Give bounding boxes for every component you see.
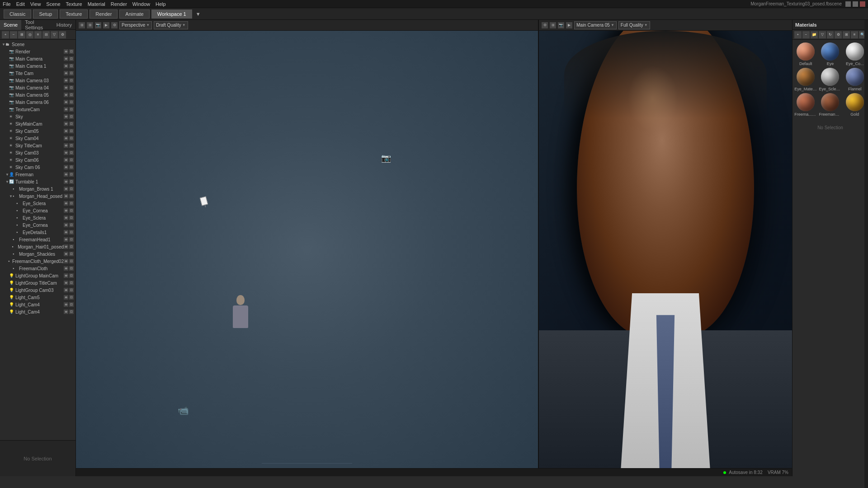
tree-item-skycam04[interactable]: ☀Sky Cam04 👁⊡ xyxy=(0,135,75,142)
tree-item-scene-root[interactable]: ▼ 🖿 Scene xyxy=(0,41,75,48)
add-node-button[interactable]: + xyxy=(2,31,9,38)
menu-edit[interactable]: Edit xyxy=(16,1,25,7)
material-gold[interactable]: Gold xyxy=(844,93,866,117)
viewport-main-camera[interactable]: ⚙ ⊞ 📷 ▶ Main Camera 05 ▼ Full Quality ▼ xyxy=(539,20,792,468)
tree-item-eyecornea2[interactable]: ▪Eye_Cornea 👁⊡ xyxy=(0,221,75,229)
list-view-button[interactable]: ≡ xyxy=(851,31,858,38)
tab-scene[interactable]: Scene xyxy=(0,20,21,30)
workspace-tab-render[interactable]: Render xyxy=(90,9,118,19)
settings-material-button[interactable]: ⚙ xyxy=(835,31,842,38)
filter-button[interactable]: ▽ xyxy=(51,31,58,38)
tree-item-titlecam[interactable]: 📷Tite Cam 👁⊡ xyxy=(0,70,75,77)
material-eyescl[interactable]: Eye_Sclera_mat xyxy=(819,68,841,91)
maximize-button[interactable] xyxy=(853,1,858,7)
tree-item-lgmaincam[interactable]: 💡LightGroup MainCam 👁⊡ xyxy=(0,272,75,279)
tree-item-skycam03[interactable]: ☀Sky Cam03 👁⊡ xyxy=(0,149,75,156)
right-panel-scrollbar[interactable] xyxy=(864,20,868,488)
tree-item-maincam03[interactable]: 📷Main Camera 03 👁⊡ xyxy=(0,77,75,84)
collapse-all-button[interactable]: ⊟ xyxy=(42,31,50,38)
delete-material-button[interactable]: − xyxy=(802,31,810,38)
menu-view[interactable]: View xyxy=(30,1,41,7)
tree-item-eyesclera2[interactable]: ▪Eye_Sclera 👁⊡ xyxy=(0,214,75,221)
tree-item-render[interactable]: 📷Render 👁⊡ xyxy=(0,48,75,55)
menu-material[interactable]: Material xyxy=(88,1,105,7)
minimize-button[interactable] xyxy=(845,1,851,7)
material-flannel[interactable]: Flannel xyxy=(844,68,866,91)
menu-scene[interactable]: Scene xyxy=(46,1,60,7)
tree-item-morganhair[interactable]: ▪Morgan_Hair01_posed 👁⊡ xyxy=(0,243,75,250)
viewport-perspective[interactable]: ⊞ ⊞ 📷 ▶ ⚙ Perspective ▼ Draft Quality ▼ xyxy=(76,20,539,468)
add-material-button[interactable]: + xyxy=(794,31,802,38)
tab-tool-settings[interactable]: Tool Settings xyxy=(21,20,53,30)
duplicate-node-button[interactable]: ⊞ xyxy=(18,31,25,38)
close-button[interactable] xyxy=(860,1,865,7)
settings-button[interactable]: ⚙ xyxy=(59,31,66,38)
tree-item-sky[interactable]: ☀Sky 👁⊡ xyxy=(0,113,75,120)
viewport-camera-icon[interactable]: 📷 xyxy=(95,22,101,28)
tree-item-morganbrows[interactable]: ▪Morgan_Brows 1 👁⊡ xyxy=(0,185,75,192)
menu-texture[interactable]: Texture xyxy=(66,1,82,7)
material-freemanmat[interactable]: FreemanMat xyxy=(819,93,841,117)
viewport-settings-icon[interactable]: ⚙ xyxy=(111,22,118,28)
tree-item-maincam[interactable]: 📷Main Camera 👁⊡ xyxy=(0,55,75,62)
tree-item-freemanhead[interactable]: ▪FreemanHead1 👁⊡ xyxy=(0,236,75,243)
menu-window[interactable]: Window xyxy=(132,1,150,7)
tree-item-turntable[interactable]: ▼ 🔄Turntable 1 👁⊡ xyxy=(0,178,75,185)
tree-item-freemancloth2[interactable]: ▪FreemanCloth 👁⊡ xyxy=(0,265,75,272)
material-default[interactable]: Default xyxy=(794,42,817,66)
manipulation-handle[interactable] xyxy=(200,196,208,206)
workspace-dropdown-arrow[interactable]: ▼ xyxy=(196,11,201,17)
expand-all-button[interactable]: ≡ xyxy=(34,31,42,38)
workspace-tab-setup[interactable]: Setup xyxy=(33,9,58,19)
menu-file[interactable]: File xyxy=(3,1,11,7)
delete-node-button[interactable]: − xyxy=(10,31,17,38)
tree-item-morganhead[interactable]: ▼ ▪Morgan_Head_posed 👁⊡ xyxy=(0,192,75,200)
camera-mode-dropdown[interactable]: Perspective ▼ xyxy=(119,21,152,29)
tree-item-eyecornea[interactable]: ▪Eye_Cornea 👁⊡ xyxy=(0,207,75,214)
viewport-left-canvas[interactable]: 📷 📹 xyxy=(76,31,538,468)
tree-item-maincam06[interactable]: 📷Main Camera 06 👁⊡ xyxy=(0,99,75,106)
grid-view-button[interactable]: ⊞ xyxy=(843,31,850,38)
workspace-tab-workspace1[interactable]: Workspace 1 xyxy=(151,9,192,19)
tree-item-freemancloth[interactable]: ▪FreemanCloth_Merged02 👁⊡ xyxy=(0,258,75,265)
tree-item-skycam06[interactable]: ☀Sky Cam06 👁⊡ xyxy=(0,156,75,164)
tree-item-maincam04[interactable]: 📷Main Camera 04 👁⊡ xyxy=(0,84,75,91)
viewport-grid-icon[interactable]: ⊞ xyxy=(87,22,93,28)
filter-material-button[interactable]: ▽ xyxy=(819,31,826,38)
material-freema[interactable]: Freema...h_Mat xyxy=(794,93,817,117)
right-render-mode-dropdown[interactable]: Full Quality ▼ xyxy=(618,21,650,29)
tree-item-maincam1[interactable]: 📷Main Camera 1 👁⊡ xyxy=(0,62,75,70)
visible-toggle-button[interactable]: ◎ xyxy=(26,31,33,38)
folder-button[interactable]: 📁 xyxy=(811,31,818,38)
tree-item-lgtitlecam[interactable]: 💡LightGroup TitleCam 👁⊡ xyxy=(0,279,75,286)
refresh-material-button[interactable]: ↻ xyxy=(827,31,834,38)
tree-item-maincam05[interactable]: 📷Main Camera 05 👁⊡ xyxy=(0,91,75,99)
tree-item-skymaincam[interactable]: ☀SkyMainCam 👁⊡ xyxy=(0,120,75,127)
tree-item-eyesclera[interactable]: ▪Eye_Sclera 👁⊡ xyxy=(0,200,75,207)
tree-item-morganshackles[interactable]: ▪Morgan_Shackles 👁⊡ xyxy=(0,250,75,258)
tree-item-texturecam[interactable]: 📷TextureCam 👁⊡ xyxy=(0,106,75,113)
menu-render[interactable]: Render xyxy=(111,1,127,7)
tree-item-lgcam03[interactable]: 💡LightGroup Cam03 👁⊡ xyxy=(0,286,75,294)
viewport-render-icon[interactable]: ▶ xyxy=(103,22,109,28)
workspace-tab-animate[interactable]: Animate xyxy=(119,9,149,19)
tree-item-lightcam4[interactable]: 💡Light_Cam4 👁⊡ xyxy=(0,301,75,308)
menu-help[interactable]: Help xyxy=(156,1,166,7)
tree-item-skycam05[interactable]: ☀Sky Cam05 👁⊡ xyxy=(0,127,75,135)
tree-item-skytitlecam[interactable]: ☀Sky TitleCam 👁⊡ xyxy=(0,142,75,149)
material-eye[interactable]: Eye xyxy=(819,42,841,66)
render-mode-dropdown[interactable]: Draft Quality ▼ xyxy=(154,21,188,29)
viewport-right-expand-icon[interactable]: ⊞ xyxy=(550,22,556,28)
tree-item-lightcam5[interactable]: 💡Light_Cam5 👁⊡ xyxy=(0,294,75,301)
material-eyeco[interactable]: Eye_Co... xyxy=(844,42,866,66)
tree-item-eyedetails[interactable]: ▪EyeDetails1 👁⊡ xyxy=(0,229,75,236)
tree-item-freeman[interactable]: ▼ 👤Freeman 👁⊡ xyxy=(0,171,75,178)
right-camera-dropdown[interactable]: Main Camera 05 ▼ xyxy=(574,21,617,29)
tree-item-lightcam4b[interactable]: 💡Light_Cam4 👁⊡ xyxy=(0,308,75,315)
viewport-right-camera-icon[interactable]: 📷 xyxy=(558,22,564,28)
workspace-tab-classic[interactable]: Classic xyxy=(4,9,31,19)
viewport-maximize-icon[interactable]: ⊞ xyxy=(79,22,85,28)
viewport-right-settings-icon[interactable]: ⚙ xyxy=(542,22,548,28)
viewport-right-render-icon[interactable]: ▶ xyxy=(566,22,572,28)
material-eyemat[interactable]: Eye_Material xyxy=(794,68,817,91)
